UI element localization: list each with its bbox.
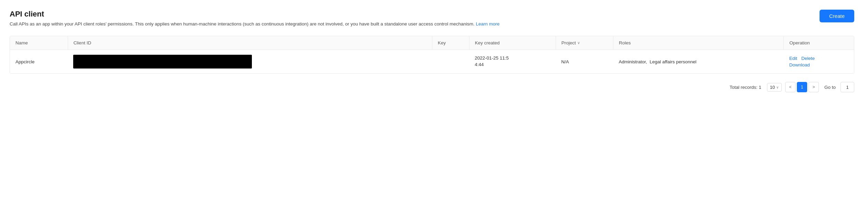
description-text: Call APIs as an app within your API clie… bbox=[10, 21, 475, 27]
roles-text: Administrator, Legal affairs personnel bbox=[619, 59, 778, 64]
col-client-id: Client ID bbox=[68, 36, 432, 50]
page-nav: < 1 > bbox=[785, 82, 819, 92]
table-row: Appcircle 2022-01-25 11:5 4:44 N/A Admin… bbox=[10, 50, 854, 74]
table-wrapper: Name Client ID Key Key created Project bbox=[10, 36, 854, 74]
download-link[interactable]: Download bbox=[789, 62, 810, 67]
total-records: Total records: 1 bbox=[730, 85, 761, 90]
project-sort-icon[interactable]: ∨ bbox=[577, 41, 580, 45]
col-operation: Operation bbox=[784, 36, 854, 50]
page-description: Call APIs as an app within your API clie… bbox=[10, 21, 806, 28]
op-row-2: Download bbox=[789, 62, 848, 67]
page-title: API client bbox=[10, 10, 806, 19]
create-button[interactable]: Create bbox=[820, 10, 854, 22]
cell-key bbox=[432, 50, 469, 74]
goto-label: Go to bbox=[824, 85, 836, 90]
cell-project: N/A bbox=[556, 50, 613, 74]
col-key-created: Key created bbox=[469, 36, 556, 50]
prev-icon: < bbox=[789, 85, 791, 90]
op-row-1: Edit Delete bbox=[789, 56, 848, 61]
page-size-chevron-icon: ∨ bbox=[776, 85, 779, 89]
page-size-select[interactable]: 10 ∨ bbox=[767, 83, 782, 92]
col-key: Key bbox=[432, 36, 469, 50]
col-roles: Roles bbox=[613, 36, 783, 50]
page-container: API client Call APIs as an app within yo… bbox=[0, 0, 868, 103]
next-page-button[interactable]: > bbox=[809, 82, 819, 92]
cell-client-id bbox=[68, 50, 432, 74]
current-page-button[interactable]: 1 bbox=[797, 82, 807, 92]
col-project: Project ∨ bbox=[556, 36, 613, 50]
delete-link[interactable]: Delete bbox=[801, 56, 815, 61]
header-section: API client Call APIs as an app within yo… bbox=[10, 10, 854, 28]
cell-name: Appcircle bbox=[10, 50, 68, 74]
client-id-redacted bbox=[73, 55, 252, 69]
cell-roles: Administrator, Legal affairs personnel bbox=[613, 50, 783, 74]
goto-input[interactable] bbox=[841, 82, 854, 92]
api-client-table: Name Client ID Key Key created Project bbox=[10, 36, 854, 73]
learn-more-link[interactable]: Learn more bbox=[476, 21, 500, 27]
col-name: Name bbox=[10, 36, 68, 50]
edit-link[interactable]: Edit bbox=[789, 56, 797, 61]
table-header-row: Name Client ID Key Key created Project bbox=[10, 36, 854, 50]
pagination-row: Total records: 1 10 ∨ < 1 > Go to bbox=[10, 81, 854, 94]
operation-cell: Edit Delete Download bbox=[789, 56, 848, 67]
cell-key-created: 2022-01-25 11:5 4:44 bbox=[469, 50, 556, 74]
header-text: API client Call APIs as an app within yo… bbox=[10, 10, 820, 28]
prev-page-button[interactable]: < bbox=[785, 82, 795, 92]
cell-operation: Edit Delete Download bbox=[784, 50, 854, 74]
next-icon: > bbox=[812, 85, 815, 90]
page-size-value: 10 bbox=[770, 85, 775, 90]
